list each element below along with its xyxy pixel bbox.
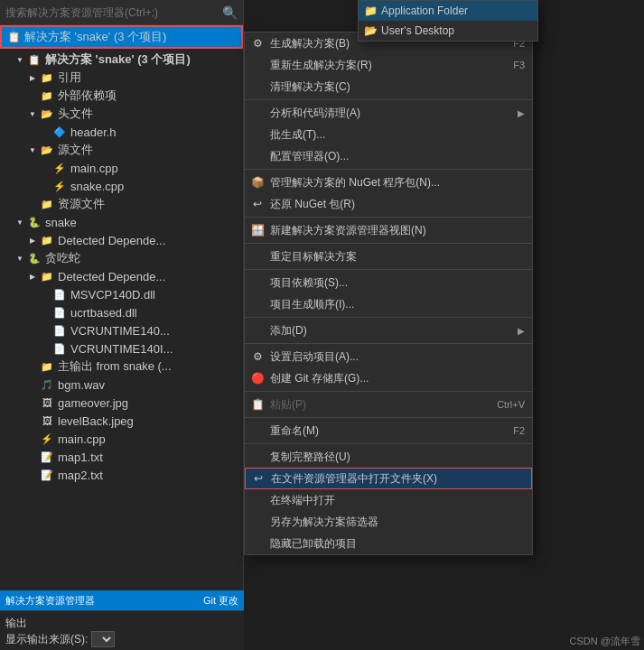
tree-item-snake-cpp[interactable]: ⚡snake.cpp [0,177,243,195]
menu-icon-paste: 📋 [250,397,265,412]
tree-item-header-h[interactable]: 🔷header.h [0,123,243,141]
arrow-gameover [27,397,38,408]
file-icon-ucrt: 📄 [52,305,67,320]
menu-icon-manage-nuget: 📦 [250,175,265,190]
tree-item-msvcp[interactable]: 📄MSVCP140D.dll [0,285,243,303]
file-icon-detected-dep1: 📁 [40,233,54,247]
tree-item-main-txt[interactable]: ⚡main.cpp [0,430,243,448]
menu-arrow-add: ▶ [518,326,525,336]
menu-item-rebuild-solution[interactable]: 重新生成解决方案(R)F3 [245,54,532,76]
file-icon-snake-cpp: ⚡ [52,179,67,193]
arrow-detected-dep2 [27,271,38,282]
search-icon[interactable]: 🔍 [222,5,238,20]
menu-icon-rename [250,423,265,438]
menu-item-proj-deps[interactable]: 项目依赖项(S)... [245,272,532,293]
tree-item-solution[interactable]: 📋解决方案 'snake' (3 个项目) [0,51,243,69]
tree-item-external-deps[interactable]: 📁外部依赖项 [0,87,243,105]
tree-item-snake-proj[interactable]: 🐍snake [0,213,243,231]
menu-label-create-git: 创建 Git 存储库(G)... [270,371,525,386]
item-label-gameover: gameover.jpg [58,396,128,410]
menu-item-analyze[interactable]: 分析和代码清理(A)▶ [245,102,532,124]
item-label-main-txt: main.cpp [58,432,106,446]
menu-label-proj-order: 项目生成顺序(I)... [270,297,525,312]
arrow-external-deps [27,90,38,101]
menu-icon-open-in-explorer: ↩ [251,471,266,486]
item-label-ucrt: ucrtbased.dll [70,306,137,320]
file-icon-bgm: 🎵 [40,377,54,392]
menu-icon-rebuild-solution [250,58,265,72]
tree-item-detected-dep2[interactable]: 📁Detected Depende... [0,267,243,285]
item-label-vcruntime2: VCRUNTIME140I... [70,342,173,356]
git-changes-label: Git 更改 [203,594,238,608]
menu-item-hide-loaded[interactable]: 隐藏已卸载的项目 [245,533,532,554]
item-label-external-deps: 外部依赖项 [58,88,117,104]
menu-item-new-view[interactable]: 🪟新建解决方案资源管理器视图(N) [245,219,532,241]
file-icon-vcruntime1: 📄 [52,323,67,338]
arrow-header-files [27,108,38,119]
menu-label-new-view: 新建解决方案资源管理器视图(N) [270,223,525,238]
menu-item-create-git[interactable]: 🔴创建 Git 存储库(G)... [245,367,532,389]
menu-item-copy-path[interactable]: 复制完整路径(U) [245,446,532,468]
tree-item-vcruntime2[interactable]: 📄VCRUNTIME140I... [0,339,243,358]
tree-item-vcruntime1[interactable]: 📄VCRUNTIME140... [0,321,243,339]
menu-item-retarget[interactable]: 重定目标解决方案 [245,246,532,267]
tree-item-references[interactable]: 📁引用 [0,69,243,87]
tree-item-map1[interactable]: 📝map1.txt [0,448,243,466]
menu-item-open-in-terminal[interactable]: 在终端中打开 [245,489,532,511]
item-label-main-cpp: main.cpp [70,162,118,175]
item-label-source-files: 源文件 [58,142,93,158]
tree-item-ucrt[interactable]: 📄ucrtbased.dll [0,303,243,321]
menu-icon-proj-order [250,297,265,311]
tree-item-resource-files[interactable]: 📁资源文件 [0,195,243,213]
menu-item-batch-build[interactable]: 批生成(T)... [245,124,532,145]
arrow-references [27,72,38,83]
file-icon-detected-dep2: 📁 [40,269,54,283]
menu-item-proj-order[interactable]: 项目生成顺序(I)... [245,293,532,315]
tree-item-levelback[interactable]: 🖼levelBack.jpeg [0,412,243,430]
file-icon-map2: 📝 [40,468,54,482]
item-label-map1: map1.txt [58,450,103,464]
arrow-msvcp [40,289,51,300]
dropdown-item-app-folder[interactable]: 📁Application Folder [359,1,537,21]
tree-item-main-cpp[interactable]: ⚡main.cpp [0,159,243,177]
menu-shortcut-rename: F2 [513,425,525,436]
menu-label-add: 添加(D) [270,323,512,339]
menu-item-rename[interactable]: 重命名(M)F2 [245,420,532,441]
menu-separator-sep9 [245,417,532,418]
arrow-main-output [27,361,38,372]
tree-item-gameover[interactable]: 🖼gameover.jpg [0,394,243,412]
menu-separator-sep2 [245,169,532,170]
output-bar: 输出 显示输出来源(S): [0,610,244,650]
menu-label-clean-solution: 清理解决方案(C) [270,79,525,95]
menu-item-restore-nuget[interactable]: ↩还原 NuGet 包(R) [245,193,532,215]
menu-separator-sep6 [245,317,532,318]
file-icon-main-cpp: ⚡ [52,161,67,175]
menu-item-save-as-filter[interactable]: 另存为解决方案筛选器 [245,511,532,533]
output-source-select[interactable] [91,631,115,647]
tree-item-source-files[interactable]: 📂源文件 [0,141,243,159]
tree-item-header-files[interactable]: 📂头文件 [0,105,243,123]
tree-item-chishe[interactable]: 🐍贪吃蛇 [0,249,243,267]
tree-item-bgm[interactable]: 🎵bgm.wav [0,376,243,394]
menu-icon-analyze [250,106,265,120]
menu-label-rename: 重命名(M) [270,423,508,439]
menu-item-add[interactable]: 添加(D)▶ [245,320,532,341]
file-icon-main-txt: ⚡ [40,432,54,446]
menu-separator-sep7 [245,343,532,344]
menu-icon-save-as-filter [250,515,265,529]
tree-item-main-output[interactable]: 📁主输出 from snake (... [0,358,243,376]
search-input[interactable] [5,6,219,19]
tree-item-map2[interactable]: 📝map2.txt [0,466,243,484]
menu-item-open-in-explorer[interactable]: ↩在文件资源管理器中打开文件夹(X) [245,468,532,489]
menu-icon-hide-loaded [250,536,265,551]
menu-item-clean-solution[interactable]: 清理解决方案(C) [245,76,532,98]
menu-item-set-startup[interactable]: ⚙设置启动项目(A)... [245,346,532,367]
menu-item-manage-nuget[interactable]: 📦管理解决方案的 NuGet 程序包(N)... [245,172,532,193]
tree-item-detected-dep1[interactable]: 📁Detected Depende... [0,231,243,249]
menu-item-config-manager[interactable]: 配置管理器(O)... [245,145,532,167]
solution-explorer: 🔍 📋 解决方案 'snake' (3 个项目) 📋解决方案 'snake' (… [0,0,244,650]
file-icon-header-h: 🔷 [52,125,67,139]
file-icon-external-deps: 📁 [40,88,54,103]
menu-icon-config-manager [250,149,265,163]
dropdown-item-user-desktop[interactable]: 📂User's Desktop [359,21,537,41]
